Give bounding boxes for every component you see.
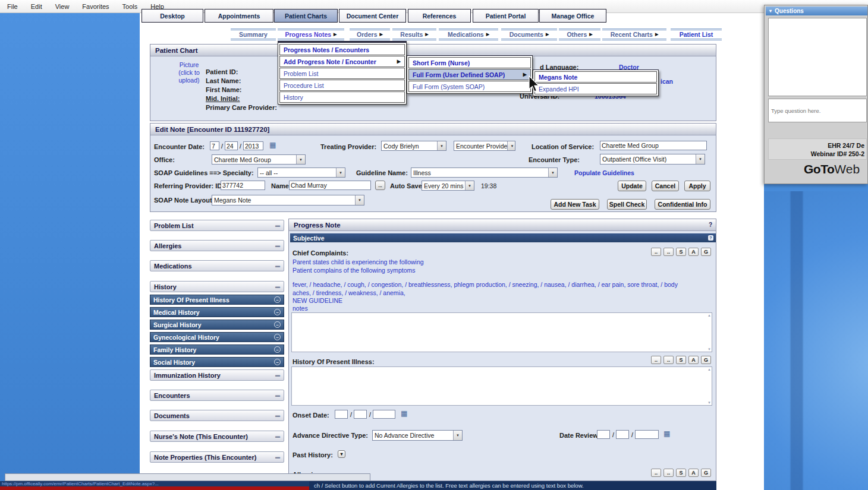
date-reviewed-year-input[interactable] bbox=[635, 430, 659, 439]
calendar-icon[interactable]: ▦ bbox=[269, 141, 277, 149]
collapse-icon[interactable]: ▬ bbox=[275, 284, 280, 289]
encounter-type-select[interactable]: Outpatient (Office Visit) bbox=[600, 154, 705, 165]
sidebar-item-history[interactable]: History▬ bbox=[150, 281, 284, 292]
menu-view[interactable]: View bbox=[55, 3, 70, 10]
populate-guidelines-link[interactable]: Populate Guidelines bbox=[574, 169, 634, 176]
field-button-s[interactable]: S bbox=[676, 248, 686, 256]
specialty-select[interactable]: -- all -- bbox=[257, 167, 345, 178]
menu-item-procedure-list[interactable]: Procedure List bbox=[279, 80, 405, 91]
subtab-medications[interactable]: Medications▶ bbox=[439, 29, 498, 40]
past-history-toggle-button[interactable]: ▾ bbox=[338, 450, 345, 458]
encounter-date-year-input[interactable] bbox=[243, 141, 263, 150]
field-button-a[interactable]: A bbox=[688, 356, 699, 364]
sidebar-item-gynecological-history[interactable]: Gynecological History– bbox=[150, 332, 284, 342]
chief-complaints-textarea[interactable]: ▲ ▼ bbox=[291, 312, 712, 352]
apply-button[interactable]: Apply bbox=[684, 181, 710, 191]
tab-manage-office[interactable]: Manage Office bbox=[539, 9, 606, 23]
tab-document-center[interactable]: Document Center bbox=[339, 9, 406, 23]
sidebar-item-encounters[interactable]: Encounters▬ bbox=[150, 390, 284, 401]
sidebar-item-nurses-note[interactable]: Nurse's Note (This Encounter)▬ bbox=[150, 431, 284, 442]
field-button-g[interactable]: G bbox=[701, 248, 711, 256]
subtab-patient-list[interactable]: Patient List bbox=[671, 29, 722, 40]
subtab-others[interactable]: Others▶ bbox=[559, 29, 600, 40]
guideline-name-select[interactable]: Illness bbox=[411, 167, 558, 178]
new-guideline-link[interactable]: NEW GUIDELINE bbox=[293, 297, 342, 304]
collapse-icon[interactable]: ▬ bbox=[275, 372, 280, 378]
sidebar-item-medications[interactable]: Medications▬ bbox=[150, 260, 284, 271]
section-help-icon[interactable]: ? bbox=[708, 235, 713, 241]
collapse-icon[interactable]: ▬ bbox=[275, 434, 280, 439]
location-of-service-input[interactable] bbox=[600, 141, 707, 150]
encounter-date-day-input[interactable] bbox=[225, 141, 238, 150]
cc-template-link-1[interactable]: Parent states child is experiencing the … bbox=[293, 258, 424, 265]
collapse-icon[interactable]: ▬ bbox=[275, 223, 280, 228]
collapse-icon[interactable]: ▬ bbox=[275, 454, 280, 460]
collapse-circle-icon[interactable]: – bbox=[274, 334, 281, 340]
subjective-section-bar[interactable]: Subjective ? bbox=[290, 233, 716, 242]
menu-item-problem-list[interactable]: Problem List bbox=[279, 68, 405, 79]
notes-link[interactable]: notes bbox=[293, 305, 308, 312]
symptom-links-line2[interactable]: aches, / tiredness, / weakness, / anemia… bbox=[293, 289, 405, 296]
menu-item-full-form-system-soap[interactable]: Full Form (System SOAP) bbox=[408, 81, 531, 92]
tab-desktop[interactable]: Desktop bbox=[141, 9, 203, 23]
encounter-provider-select[interactable]: Encounter Provide bbox=[454, 141, 515, 151]
menu-edit[interactable]: Edit bbox=[31, 3, 42, 10]
tab-patient-portal[interactable]: Patient Portal bbox=[473, 9, 539, 23]
collapse-arrow-icon[interactable]: ▾ bbox=[769, 8, 772, 14]
referring-provider-name-input[interactable] bbox=[289, 181, 371, 190]
questions-panel-titlebar[interactable]: ▾ Questions bbox=[766, 7, 867, 15]
sidebar-item-surgical-history[interactable]: Surgical History– bbox=[150, 320, 284, 330]
field-button-g[interactable]: G bbox=[701, 469, 711, 477]
sidebar-item-immunization-history[interactable]: Immunization History▬ bbox=[150, 369, 284, 381]
collapse-circle-icon[interactable]: – bbox=[274, 296, 281, 303]
menu-item-history[interactable]: History bbox=[279, 91, 405, 103]
subtab-results[interactable]: Results▶ bbox=[392, 29, 436, 40]
menu-favorites[interactable]: Favorites bbox=[82, 3, 109, 10]
calendar-icon[interactable]: ▦ bbox=[663, 430, 671, 438]
tab-references[interactable]: References bbox=[408, 9, 471, 23]
collapse-icon[interactable]: ▬ bbox=[275, 393, 280, 398]
field-button-s[interactable]: S bbox=[676, 469, 686, 477]
sidebar-item-history-of-present-illness[interactable]: History Of Present Illness– bbox=[150, 295, 284, 305]
sidebar-item-allergies[interactable]: Allergies▬ bbox=[150, 240, 284, 251]
advance-directive-select[interactable]: No Advance Directive bbox=[372, 430, 463, 441]
subtab-recent-charts[interactable]: Recent Charts▶ bbox=[602, 29, 666, 40]
field-button-1[interactable]: .. bbox=[651, 356, 661, 364]
menu-item-progress-notes-encounters[interactable]: Progress Notes / Encounters bbox=[279, 44, 405, 55]
sidebar-item-social-history[interactable]: Social History– bbox=[150, 357, 284, 367]
cancel-button[interactable]: Cancel bbox=[652, 181, 679, 191]
sidebar-item-medical-history[interactable]: Medical History– bbox=[150, 307, 284, 317]
menu-item-megans-note[interactable]: Megans Note bbox=[534, 71, 657, 83]
subtab-summary[interactable]: Summary bbox=[231, 29, 276, 40]
add-new-task-button[interactable]: Add New Task bbox=[551, 199, 599, 210]
confidential-info-button[interactable]: Confidential Info bbox=[655, 199, 710, 210]
hopi-textarea[interactable]: ▲ ▼ bbox=[291, 366, 712, 406]
encounter-date-month-input[interactable] bbox=[210, 141, 219, 150]
sidebar-item-problem-list[interactable]: Problem List▬ bbox=[150, 220, 284, 231]
field-button-s[interactable]: S bbox=[676, 356, 686, 364]
field-button-2[interactable]: .. bbox=[663, 248, 674, 256]
collapse-circle-icon[interactable]: – bbox=[274, 309, 281, 315]
onset-date-year-input[interactable] bbox=[373, 410, 395, 419]
subtab-orders[interactable]: Orders▶ bbox=[350, 29, 390, 40]
update-button[interactable]: Update bbox=[618, 181, 646, 191]
calendar-icon[interactable]: ▦ bbox=[401, 410, 408, 418]
menu-file[interactable]: File bbox=[7, 3, 18, 10]
provider-lookup-button[interactable]: ... bbox=[375, 181, 385, 190]
collapse-icon[interactable]: ▬ bbox=[275, 263, 280, 268]
field-button-1[interactable]: .. bbox=[651, 469, 661, 477]
collapse-icon[interactable]: ▬ bbox=[275, 243, 280, 248]
collapse-circle-icon[interactable]: – bbox=[274, 359, 281, 365]
field-button-g[interactable]: G bbox=[701, 356, 711, 364]
cc-template-link-2[interactable]: Patient complains of the following sympt… bbox=[293, 267, 416, 274]
collapse-icon[interactable]: ▬ bbox=[275, 413, 280, 418]
sidebar-item-note-properties[interactable]: Note Properties (This Encounter)▬ bbox=[150, 451, 284, 463]
help-icon[interactable]: ? bbox=[709, 222, 712, 228]
date-reviewed-month-input[interactable] bbox=[597, 430, 610, 439]
picture-upload-link[interactable]: Picture (click to upload) bbox=[169, 61, 209, 84]
onset-date-day-input[interactable] bbox=[354, 410, 367, 419]
spell-check-button[interactable]: Spell Check bbox=[607, 199, 647, 210]
auto-save-select[interactable]: Every 20 mins bbox=[422, 181, 474, 191]
tab-patient-charts[interactable]: Patient Charts bbox=[274, 9, 338, 23]
office-select[interactable]: Charette Med Group bbox=[212, 154, 306, 165]
